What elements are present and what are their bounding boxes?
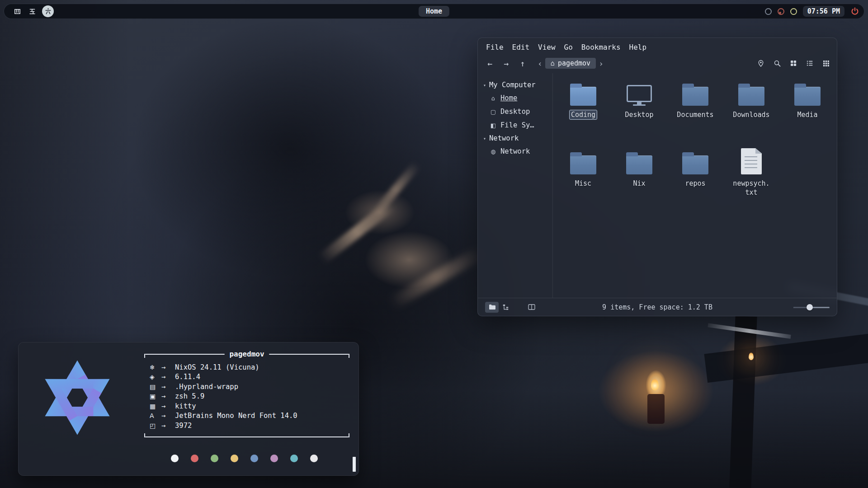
- tray-ring-icon[interactable]: [765, 8, 772, 15]
- forward-button[interactable]: →: [500, 59, 512, 68]
- menu-item-help[interactable]: Help: [629, 43, 647, 52]
- file-item-nix[interactable]: Nix: [611, 145, 667, 214]
- shell-icon: ▣: [150, 393, 161, 400]
- toolbar-view-controls: [756, 59, 830, 68]
- kernel-icon: ◈: [150, 373, 161, 380]
- file-item-downloads[interactable]: Downloads: [723, 77, 779, 145]
- menu-item-file[interactable]: File: [486, 43, 504, 52]
- palette-swatch-5: [270, 455, 278, 462]
- sidebar-item-label: File Sy…: [500, 121, 534, 129]
- path-segment-button[interactable]: ⌂ pagedmov: [545, 58, 596, 69]
- search-icon[interactable]: [773, 59, 782, 68]
- zoom-slider-knob[interactable]: [807, 304, 813, 310]
- toolbar: ← → ↑ ‹ ⌂ pagedmov ›: [478, 53, 837, 73]
- back-button[interactable]: ←: [484, 59, 496, 68]
- menu-item-edit[interactable]: Edit: [512, 43, 530, 52]
- workspace-button[interactable]: [27, 5, 37, 17]
- file-item-label: Documents: [677, 110, 713, 119]
- expander-icon: ▾: [483, 136, 486, 141]
- up-button[interactable]: ↑: [517, 59, 528, 68]
- tray-record-icon[interactable]: [778, 8, 784, 15]
- wallpaper-beam-silhouette: [704, 333, 868, 383]
- sidebar-section-my-computer[interactable]: ▾My Computer: [483, 79, 551, 91]
- menu-item-view[interactable]: View: [538, 43, 556, 52]
- folder-icon: [555, 145, 611, 174]
- palette-swatch-6: [290, 455, 298, 462]
- file-item-label: repos: [685, 179, 705, 188]
- file-item-repos[interactable]: repos: [667, 145, 723, 214]
- fetch-frame-bottom: [144, 435, 349, 439]
- file-item-newpsych-txt[interactable]: newpsych.txt: [723, 145, 779, 214]
- folder-icon: [611, 145, 667, 174]
- path-segment-label: pagedmov: [558, 59, 590, 67]
- location-icon[interactable]: [756, 59, 765, 68]
- palette-swatch-1: [191, 455, 198, 462]
- fetch-line-shell: ▣→zsh 5.9: [150, 392, 348, 402]
- path-scroll-left[interactable]: ‹: [535, 59, 545, 68]
- clock: 07:56 PM: [803, 6, 844, 17]
- file-item-label: Downloads: [733, 110, 769, 119]
- folder-icon: [667, 145, 723, 174]
- menu-item-bookmarks[interactable]: Bookmarks: [581, 43, 621, 52]
- fetch-lines: ❄→NixOS 24.11 (Vicuna)◈→6.11.4▤→.Hyprlan…: [144, 358, 349, 435]
- sidebar-section-label: My Computer: [489, 81, 536, 89]
- sidebar-item-file-sy[interactable]: ◧File Sy…: [483, 118, 551, 132]
- menu-bar: FileEditViewGoBookmarksHelp: [478, 38, 837, 53]
- compact-view-icon[interactable]: [821, 59, 830, 68]
- text-file-icon: [723, 145, 779, 174]
- menu-item-go[interactable]: Go: [564, 43, 573, 52]
- file-grid: CodingDesktopDocumentsDownloadsMediaMisc…: [553, 73, 837, 298]
- top-bar-right: 07:56 PM: [765, 6, 859, 17]
- home-icon: ⌂: [490, 95, 497, 102]
- wallpaper-post-silhouette: [729, 316, 757, 488]
- fetch-frame-top: pagedmov: [144, 350, 349, 358]
- file-item-coding[interactable]: Coding: [555, 77, 611, 145]
- places-pane-button[interactable]: [485, 302, 499, 313]
- sidebar-item-network[interactable]: ◍Network: [483, 145, 551, 158]
- split-view-button[interactable]: [525, 302, 538, 313]
- file-item-misc[interactable]: Misc: [555, 145, 611, 214]
- file-manager-body: ▾My Computer⌂Home▢Desktop◧File Sy…▾Netwo…: [478, 73, 837, 298]
- sidebar: ▾My Computer⌂Home▢Desktop◧File Sy…▾Netwo…: [478, 73, 553, 298]
- fetch-value: 3972: [175, 422, 192, 430]
- tray-status-icon[interactable]: [790, 8, 797, 15]
- file-item-desktop[interactable]: Desktop: [611, 77, 667, 145]
- palette-swatch-7: [310, 455, 318, 462]
- folder-icon: [779, 77, 835, 106]
- wallpaper-hair-highlight: [388, 246, 485, 310]
- file-item-media[interactable]: Media: [779, 77, 835, 145]
- os-icon: ❄: [150, 364, 161, 371]
- workspace-button-active[interactable]: [42, 5, 54, 17]
- fetch-value: JetBrains Mono Nerd Font 14.0: [175, 412, 297, 420]
- palette-swatch-4: [250, 455, 258, 462]
- list-view-icon[interactable]: [805, 59, 814, 68]
- sidebar-item-desktop[interactable]: ▢Desktop: [483, 105, 551, 118]
- folder-icon: [723, 77, 779, 106]
- file-item-documents[interactable]: Documents: [667, 77, 723, 145]
- tree-pane-button[interactable]: [499, 302, 512, 313]
- path-scroll-right[interactable]: ›: [596, 59, 606, 68]
- focused-window-title: Home: [419, 6, 449, 17]
- filesystem-icon: ◧: [490, 122, 497, 129]
- sidebar-item-home[interactable]: ⌂Home: [483, 91, 551, 105]
- fetch-line-os: ❄→NixOS 24.11 (Vicuna): [150, 362, 348, 372]
- folder-icon: [667, 77, 723, 106]
- terminal-color-palette: [171, 455, 318, 462]
- workspace-button[interactable]: [12, 5, 22, 17]
- workspace-glyph: [14, 8, 21, 15]
- network-icon: ◍: [490, 148, 497, 155]
- fetch-value: .Hyprland-wrapp: [175, 383, 238, 391]
- terminal-cursor: [353, 457, 356, 472]
- workspace-glyph: [28, 8, 36, 15]
- grid-view-icon[interactable]: [789, 59, 798, 68]
- power-button[interactable]: [850, 7, 859, 16]
- hostname: pagedmov: [225, 350, 269, 358]
- sidebar-section-network[interactable]: ▾Network: [483, 132, 551, 145]
- fetch-value: NixOS 24.11 (Vicuna): [175, 363, 259, 371]
- fetch-line-font: A→JetBrains Mono Nerd Font 14.0: [150, 411, 348, 421]
- palette-swatch-0: [171, 455, 179, 462]
- file-item-label: newpsych.txt: [732, 179, 771, 197]
- file-manager-window: FileEditViewGoBookmarksHelp ← → ↑ ‹ ⌂ pa…: [477, 38, 837, 316]
- zoom-slider[interactable]: [793, 303, 830, 312]
- terminal-icon: ▦: [150, 403, 161, 410]
